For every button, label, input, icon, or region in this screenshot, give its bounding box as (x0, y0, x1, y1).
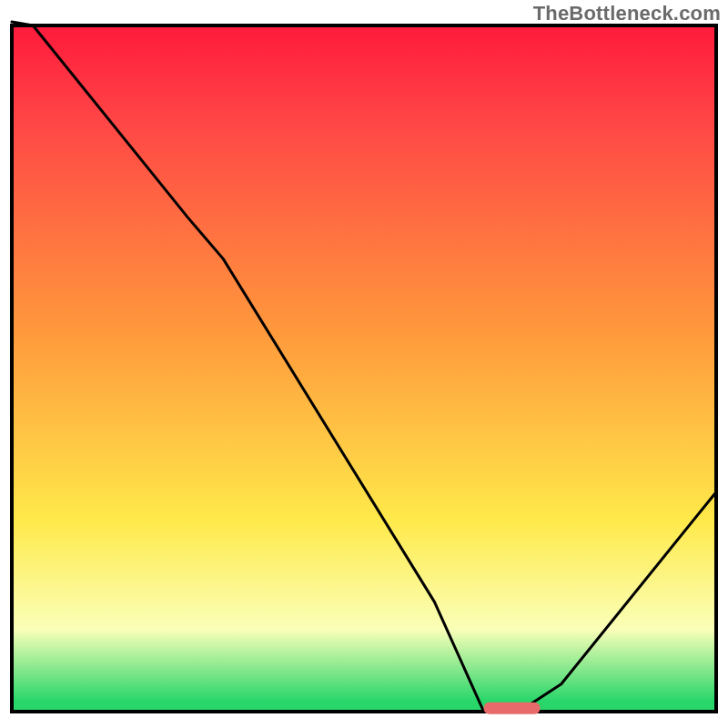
chart-container: { "watermark": "TheBottleneck.com", "col… (0, 0, 728, 728)
watermark-text: TheBottleneck.com (533, 2, 721, 25)
plot-area (12, 22, 716, 714)
optimal-marker (484, 703, 541, 714)
bottleneck-chart (0, 0, 728, 728)
